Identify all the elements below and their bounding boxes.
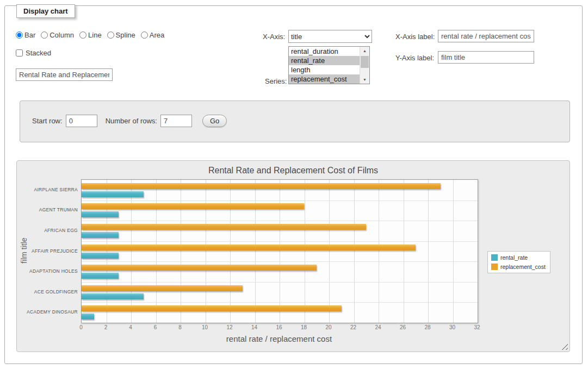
- rows-panel: Start row: Number of rows: Go: [20, 101, 570, 142]
- x-tick-label: 12: [226, 324, 232, 330]
- radio-spline-label: Spline: [116, 31, 135, 39]
- chart-type-option-spline[interactable]: Spline: [107, 31, 135, 39]
- scroll-down-icon[interactable]: ▼: [360, 76, 369, 84]
- legend-entry: rental_rate: [491, 254, 546, 261]
- scroll-up-icon[interactable]: ▲: [360, 47, 369, 55]
- bar-rental_rate: [82, 191, 144, 197]
- gridline-v: [181, 180, 181, 323]
- stacked-option[interactable]: Stacked: [16, 49, 51, 57]
- number-of-rows-input[interactable]: [160, 115, 192, 127]
- legend-swatch-rental_rate: [491, 254, 498, 261]
- radio-area[interactable]: [141, 32, 148, 39]
- plot-area: [81, 179, 478, 323]
- series-listbox[interactable]: rental_duration rental_rate length repla…: [288, 46, 370, 84]
- radio-bar[interactable]: [16, 32, 23, 39]
- bar-replacement_cost: [82, 305, 342, 311]
- gridline-h: [82, 200, 478, 201]
- x-tick-label: 2: [104, 324, 108, 330]
- display-chart-panel: Display chart Bar Column Line Spline Are…: [4, 5, 583, 364]
- bar-rental_rate: [82, 232, 119, 238]
- x-tick-label: 16: [276, 324, 282, 330]
- chart-title: Rental Rate and Replacement Cost of Film…: [17, 166, 570, 175]
- x-axis-field-label: X-Axis:: [263, 33, 285, 41]
- panel-title: Display chart: [16, 4, 75, 18]
- y-category-label: AGENT TRUMAN: [39, 207, 78, 212]
- resize-handle-icon[interactable]: [561, 343, 568, 350]
- start-row-input[interactable]: [66, 115, 97, 127]
- stacked-checkbox[interactable]: [16, 49, 23, 57]
- chart-type-option-column[interactable]: Column: [41, 31, 74, 39]
- chart-legend: rental_ratereplacement_cost: [487, 251, 550, 273]
- gridline-v: [156, 180, 157, 323]
- number-of-rows-label: Number of rows:: [106, 117, 157, 125]
- y-category-label: ACADEMY DINOSAUR: [27, 309, 78, 315]
- bar-rental_rate: [82, 273, 119, 279]
- x-tick-label: 4: [129, 324, 132, 330]
- gridline-h: [82, 302, 478, 303]
- chart-type-option-area[interactable]: Area: [141, 31, 164, 39]
- bar-rental_rate: [82, 293, 144, 299]
- legend-label: replacement_cost: [500, 264, 546, 270]
- radio-line[interactable]: [79, 32, 86, 39]
- bar-replacement_cost: [82, 183, 441, 189]
- y-axis-label-input[interactable]: [438, 51, 534, 64]
- start-row-label: Start row:: [32, 117, 63, 125]
- bar-rental_rate: [82, 253, 119, 259]
- gridline-h: [82, 282, 478, 283]
- bar-replacement_cost: [82, 224, 366, 230]
- chart-type-option-line[interactable]: Line: [79, 31, 102, 39]
- bar-rental_rate: [82, 211, 119, 217]
- gridline-v: [255, 180, 256, 323]
- x-axis-label-input[interactable]: [438, 30, 534, 42]
- bar-rental_rate: [82, 313, 94, 319]
- gridline-v: [230, 180, 231, 323]
- series-option-replacement-cost[interactable]: replacement_cost: [289, 74, 360, 84]
- gridline-v: [329, 180, 330, 323]
- rows-controls: Start row: Number of rows: Go: [32, 115, 227, 127]
- legend-swatch-replacement_cost: [491, 264, 498, 270]
- radio-area-label: Area: [150, 31, 164, 39]
- gridline-v: [280, 180, 280, 323]
- chart-type-radio-group: Bar Column Line Spline Area: [16, 31, 170, 39]
- series-option-rental-rate[interactable]: rental_rate: [289, 56, 360, 65]
- chart-panel: Rental Rate and Replacement Cost of Film…: [16, 160, 570, 352]
- y-category-label: AIRPLANE SIERRA: [34, 187, 78, 192]
- listbox-scrollbar[interactable]: ▲ ▼: [360, 47, 369, 84]
- gridline-v: [453, 180, 454, 323]
- go-button[interactable]: Go: [202, 115, 227, 127]
- x-axis-select[interactable]: title: [288, 30, 372, 43]
- radio-line-label: Line: [88, 31, 102, 39]
- gridline-v: [107, 180, 107, 323]
- gridline-v: [305, 180, 305, 323]
- x-tick-label: 24: [375, 324, 381, 330]
- gridline-v: [131, 180, 132, 323]
- x-axis-label-field-label: X-Axis label:: [395, 33, 435, 41]
- y-category-label: AFRICAN EGG: [44, 228, 78, 233]
- y-axis-label-field-label: Y-Axis label:: [395, 54, 434, 62]
- x-tick-label: 26: [400, 324, 406, 330]
- series-field-label: Series:: [265, 77, 287, 85]
- bar-replacement_cost: [82, 244, 416, 250]
- x-axis-title: rental rate / replacement cost: [81, 334, 477, 343]
- y-category-label: AFFAIR PREJUDICE: [32, 248, 78, 254]
- gridline-v: [206, 180, 206, 323]
- scrollbar-thumb[interactable]: [361, 56, 369, 68]
- radio-column[interactable]: [41, 32, 48, 39]
- series-option-length[interactable]: length: [289, 65, 360, 74]
- bar-replacement_cost: [82, 203, 304, 209]
- gridline-h: [82, 261, 478, 262]
- radio-bar-label: Bar: [24, 31, 35, 39]
- x-axis-ticks: 02468101214161820222426283032: [81, 324, 477, 332]
- gridline-h: [82, 241, 478, 242]
- chart-title-input[interactable]: [16, 68, 113, 81]
- radio-spline[interactable]: [107, 32, 114, 39]
- chart-type-option-bar[interactable]: Bar: [16, 31, 35, 39]
- gridline-v: [379, 180, 379, 323]
- radio-column-label: Column: [49, 31, 74, 39]
- x-tick-label: 32: [474, 324, 480, 330]
- legend-label: rental_rate: [500, 254, 528, 261]
- bar-replacement_cost: [82, 265, 317, 271]
- series-option-rental-duration[interactable]: rental_duration: [289, 47, 360, 56]
- gridline-v: [404, 180, 404, 323]
- series-options: rental_duration rental_rate length repla…: [289, 47, 360, 84]
